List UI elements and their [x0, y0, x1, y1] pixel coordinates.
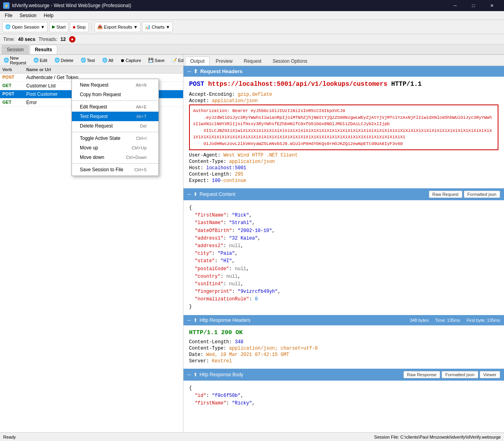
raw-response-button[interactable]: Raw Response	[404, 371, 440, 378]
test-button[interactable]: 🌐 Test	[79, 57, 97, 64]
menu-session[interactable]: Session	[16, 12, 40, 19]
download-icon: ⬆	[193, 317, 197, 323]
request-method-line: POST https://localhost:5001/api/v1/looku…	[189, 81, 498, 88]
main-area: 🌐 New Request 🌐 Edit 🌐 Delete 🌐 Test 🌐	[0, 55, 504, 432]
charts-arrow: ▼	[166, 25, 170, 29]
header-accept: Accept: application/json	[189, 98, 498, 104]
ctx-separator	[72, 132, 158, 132]
statusbar: Ready Session File: C:\clients\Paul Mroz…	[0, 432, 504, 441]
ctx-move-up[interactable]: Move up Ctrl+Up	[72, 143, 158, 153]
open-session-arrow: ▼	[41, 25, 45, 29]
edit-button[interactable]: 🌐 Edit	[31, 57, 49, 64]
ctx-new-request[interactable]: New Request Alt+N	[72, 80, 158, 90]
resp-header-date: Date: Wed, 10 Mar 2021 07:42:15 GMT	[189, 352, 498, 358]
left-panel: 🌐 New Request 🌐 Edit 🌐 Delete 🌐 Test 🌐	[0, 55, 183, 432]
close-button[interactable]: ✕	[483, 0, 501, 11]
ctx-shortcut: Ctrl+Down	[126, 155, 147, 160]
response-body-section-header[interactable]: ─ ⬆ Http Response Body Raw Response Form…	[183, 369, 504, 381]
time-label: Time:	[3, 37, 15, 42]
formatted-json-response-button[interactable]: Formatted json	[442, 371, 478, 378]
save-button[interactable]: 💾 Save	[146, 57, 166, 64]
verb-header: Verb	[2, 67, 26, 72]
request-content-title: Request Content	[200, 191, 236, 197]
status-ready: Ready	[3, 435, 16, 439]
collapse-icon: ─	[187, 372, 191, 377]
raw-request-button[interactable]: Raw Request	[429, 191, 462, 198]
edit-icon: 🌐	[33, 58, 39, 63]
ctx-shortcut: Ctrl+I	[136, 136, 147, 141]
window-controls: ─ □ ✕	[446, 0, 501, 11]
resp-header-server: Server: Kestrel	[189, 358, 498, 364]
export-icon: 📤	[97, 24, 103, 29]
ctx-label: Move up	[80, 145, 98, 151]
capture-label: Capture	[126, 58, 141, 63]
tab-preview[interactable]: Preview	[210, 56, 238, 66]
tab-request[interactable]: Request	[239, 56, 267, 66]
request-protocol: HTTP/1.1	[391, 81, 422, 88]
ctx-toggle-active[interactable]: Toggle Active State Ctrl+I	[72, 133, 158, 143]
request-content-section-header[interactable]: ─ ⬆ Request Content Raw Request Formatte…	[183, 188, 504, 200]
ctx-label: Test Request	[80, 114, 108, 119]
ctx-shortcut: Alt+E	[136, 104, 147, 109]
ctx-delete-request[interactable]: Delete Request Del	[72, 121, 158, 131]
request-headers-section-header[interactable]: ─ ⬆ Request Headers	[183, 66, 504, 77]
export-results-button[interactable]: 📤 Export Results ▼	[95, 22, 141, 32]
resp-header-contenttype: Content-Type: application/json; charset=…	[189, 346, 498, 351]
open-session-button[interactable]: 🌐 Open Session ▼	[2, 22, 48, 32]
new-request-button[interactable]: 🌐 New Request	[2, 55, 28, 66]
new-request-icon: 🌐	[4, 58, 9, 63]
test-label: Test	[87, 58, 95, 63]
download-icon: ⬆	[193, 372, 197, 377]
request-content-body: { "firstName": "Rick", "lastName": "Stra…	[183, 200, 504, 315]
ctx-label: New Request	[80, 82, 108, 88]
open-session-label: Open Session	[12, 25, 39, 29]
response-body-title: Http Response Body	[200, 372, 243, 377]
formatted-json-button[interactable]: Formatted json	[464, 191, 500, 198]
all-button[interactable]: 🌐 All	[100, 57, 115, 64]
ctx-shortcut: Ctrl+Up	[131, 145, 147, 150]
ctx-edit-request[interactable]: Edit Request Alt+E	[72, 102, 158, 112]
stop-button[interactable]: ■ Stop	[70, 22, 88, 32]
header-contentlength: Content-Length: 295	[189, 172, 498, 177]
ctx-test-request[interactable]: Test Request Alt+T	[72, 112, 158, 121]
ctx-separator	[72, 163, 158, 164]
toolbar: 🌐 Open Session ▼ ▶ Start ■ Stop 📤 Export…	[0, 20, 504, 34]
ctx-save-session[interactable]: Save Session to File Ctrl+S	[72, 165, 158, 174]
capture-button[interactable]: ⏺ Capture	[118, 57, 143, 64]
stop-label: Stop	[77, 25, 86, 29]
response-bytes: 348 bytes	[410, 318, 429, 323]
start-button[interactable]: ▶ Start	[49, 22, 68, 32]
charts-button[interactable]: 📊 Charts ▼	[142, 22, 173, 32]
ctx-label: Move down	[80, 155, 104, 160]
tab-session-options[interactable]: Session Options	[267, 56, 312, 66]
menu-file[interactable]: File	[2, 12, 15, 19]
tab-session[interactable]: Session	[2, 45, 29, 54]
method-badge: GET	[2, 83, 26, 89]
ctx-copy-from-request[interactable]: Copy from Request	[72, 90, 158, 99]
menu-help[interactable]: Help	[41, 12, 57, 19]
tab-results[interactable]: Results	[30, 45, 57, 54]
time-value: 40 secs	[18, 37, 35, 42]
minimize-button[interactable]: ─	[446, 0, 464, 11]
response-first-byte: First byte: 135ms	[467, 318, 500, 323]
request-headers-content: POST https://localhost:5001/api/v1/looku…	[183, 77, 504, 188]
ctx-move-down[interactable]: Move down Ctrl+Down	[72, 153, 158, 162]
tab-output[interactable]: Output	[185, 56, 210, 66]
context-menu: New Request Alt+N Copy from Request Edit…	[71, 79, 159, 176]
save-label: Save	[154, 58, 164, 63]
all-label: All	[108, 58, 113, 63]
ctx-shortcut: Del	[140, 124, 147, 128]
maximize-button[interactable]: □	[464, 0, 483, 11]
header-contenttype: Content-Type: application/json	[189, 159, 498, 164]
delete-label: Delete	[61, 58, 73, 63]
toolbar-separator-1	[91, 23, 92, 31]
delete-button[interactable]: 🌐 Delete	[52, 57, 75, 64]
method-badge: POST	[2, 91, 26, 97]
viewer-button[interactable]: Viewer	[480, 371, 500, 378]
resp-firstname-key: "firstName"	[195, 400, 226, 406]
collapse-icon: ─	[187, 68, 191, 74]
response-headers-section-header[interactable]: ─ ⬆ Http Response Headers 348 bytes Time…	[183, 315, 504, 325]
collapse-icon: ─	[187, 317, 191, 323]
auth-token-box: Authorization: Bearer eyJhbGciOiJIUzI1Ni…	[189, 104, 498, 150]
output-content: ─ ⬆ Request Headers POST https://localho…	[183, 66, 504, 432]
